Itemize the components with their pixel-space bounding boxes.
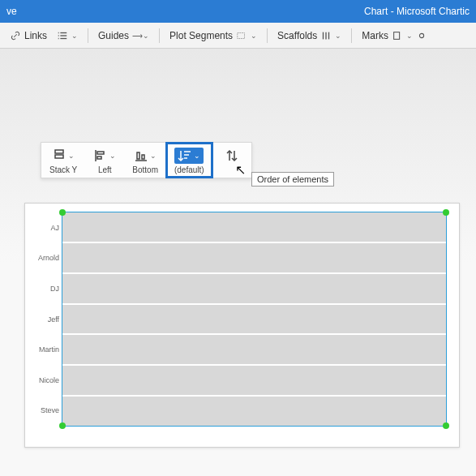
svg-rect-12 (55, 150, 63, 153)
resize-handle-tl[interactable] (59, 209, 66, 216)
plot-segments-button[interactable]: Plot Segments ⌄ (166, 28, 260, 43)
bar (62, 243, 446, 272)
chevron-down-icon: ⌄ (406, 32, 413, 40)
link-icon (10, 30, 21, 41)
svg-rect-6 (238, 32, 245, 38)
links-button[interactable]: Links (6, 28, 50, 43)
links-label: Links (24, 30, 47, 41)
table-row[interactable] (62, 272, 446, 303)
chevron-down-icon: ⌄ (150, 152, 157, 160)
y-axis-label: Martin (28, 345, 59, 354)
scaffolds-label: Scaffolds (277, 30, 317, 41)
guides-label: Guides (98, 30, 129, 41)
sort-icon (178, 148, 192, 163)
titlebar: ve Chart - Microsoft Chartic (0, 0, 476, 23)
scaffolds-button[interactable]: Scaffolds ⌄ (274, 28, 345, 43)
chevron-down-icon: ⌄ (194, 152, 200, 160)
plot-segments-label: Plot Segments (169, 30, 233, 41)
shape-icon (416, 30, 427, 41)
y-axis-label: Jeff (28, 315, 59, 324)
bar (62, 366, 446, 395)
swap-button[interactable] (212, 143, 251, 178)
svg-rect-15 (97, 152, 104, 154)
order-default-button[interactable]: ⌄ (default) (166, 143, 212, 178)
chevron-down-icon: ⟶⌄ (132, 32, 149, 40)
swap-icon (225, 148, 239, 163)
align-left-icon (93, 148, 108, 163)
divider (159, 28, 160, 43)
y-axis-label: Nicole (28, 376, 59, 384)
chevron-down-icon: ⌄ (71, 32, 78, 40)
chevron-down-icon: ⌄ (109, 152, 116, 160)
y-axis-label: DJ (28, 285, 59, 293)
ribbon-toolbar: Links ⌄ Guides ⟶⌄ Plot Segments ⌄ Scaffo… (0, 23, 476, 49)
mark-icon (392, 30, 403, 41)
bar (62, 397, 446, 426)
y-axis-label: AJ (28, 224, 59, 232)
order-default-label: (default) (174, 165, 204, 174)
chevron-down-icon: ⌄ (335, 32, 341, 40)
floating-toolbar: ⌄ Stack Y ⌄ Left ⌄ Bottom ⌄ (default) (41, 142, 252, 178)
table-row[interactable] (62, 395, 446, 426)
titlebar-left-fragment: ve (6, 6, 17, 17)
align-left-button[interactable]: ⌄ Left (85, 143, 124, 178)
svg-point-11 (419, 33, 423, 37)
columns-icon (320, 30, 332, 41)
chevron-down-icon: ⌄ (251, 32, 257, 40)
marks-button[interactable]: Marks ⌄ (358, 28, 431, 43)
svg-rect-18 (137, 152, 139, 159)
divider (267, 28, 268, 43)
divider (88, 28, 88, 43)
bar (62, 212, 446, 242)
y-axis-label: Steve (28, 406, 59, 414)
y-axis-label: Arnold (28, 254, 59, 262)
stack-y-label: Stack Y (49, 165, 77, 174)
canvas-area: ⌄ Stack Y ⌄ Left ⌄ Bottom ⌄ (default) (0, 49, 476, 476)
svg-rect-16 (97, 157, 101, 159)
bar (62, 335, 446, 364)
table-row[interactable] (62, 242, 446, 272)
rect-icon (236, 30, 247, 41)
plot-area[interactable]: AJArnoldDJJeffMartinNicoleSteve (62, 212, 447, 427)
titlebar-app-title: Chart - Microsoft Chartic (364, 6, 470, 17)
table-row[interactable] (62, 212, 446, 242)
stack-y-button[interactable]: ⌄ Stack Y (41, 143, 85, 178)
table-row[interactable] (62, 303, 446, 334)
bar (62, 305, 446, 334)
chart-rows (62, 212, 446, 426)
stack-y-icon (52, 148, 66, 163)
svg-rect-10 (394, 32, 400, 39)
marks-label: Marks (362, 30, 388, 41)
resize-handle-bl[interactable] (59, 422, 66, 429)
guides-button[interactable]: Guides ⟶⌄ (95, 28, 152, 43)
chevron-down-icon: ⌄ (68, 152, 75, 160)
align-bottom-button[interactable]: ⌄ Bottom (124, 143, 166, 178)
align-bottom-icon (134, 148, 148, 163)
table-row[interactable] (62, 364, 446, 395)
chart-container[interactable]: AJArnoldDJJeffMartinNicoleSteve (24, 203, 460, 448)
bar (62, 274, 446, 303)
svg-rect-13 (55, 155, 63, 158)
align-left-label: Left (98, 165, 112, 174)
align-bottom-label: Bottom (132, 165, 158, 174)
tooltip: Order of elements (251, 172, 334, 187)
svg-rect-19 (142, 155, 144, 159)
list-button[interactable]: ⌄ (54, 28, 81, 43)
resize-handle-br[interactable] (443, 422, 449, 429)
resize-handle-tr[interactable] (443, 209, 449, 216)
divider (351, 28, 352, 43)
list-icon (57, 30, 68, 41)
table-row[interactable] (62, 333, 446, 364)
